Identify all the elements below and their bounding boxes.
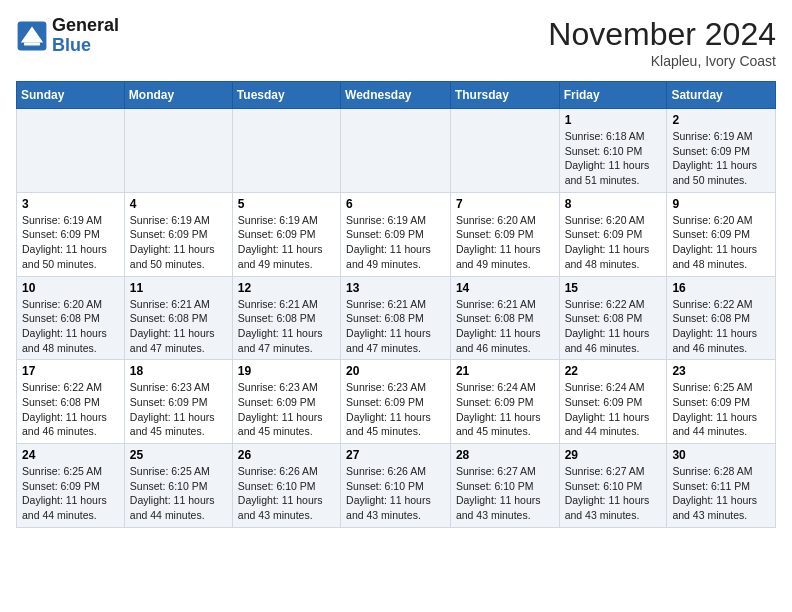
day-number: 29 — [565, 448, 662, 462]
day-number: 30 — [672, 448, 770, 462]
day-info: Sunrise: 6:23 AM Sunset: 6:09 PM Dayligh… — [238, 380, 335, 439]
week-row-4: 17Sunrise: 6:22 AM Sunset: 6:08 PM Dayli… — [17, 360, 776, 444]
calendar-cell: 19Sunrise: 6:23 AM Sunset: 6:09 PM Dayli… — [232, 360, 340, 444]
day-number: 27 — [346, 448, 445, 462]
calendar-cell: 22Sunrise: 6:24 AM Sunset: 6:09 PM Dayli… — [559, 360, 667, 444]
calendar-cell: 2Sunrise: 6:19 AM Sunset: 6:09 PM Daylig… — [667, 109, 776, 193]
day-info: Sunrise: 6:23 AM Sunset: 6:09 PM Dayligh… — [346, 380, 445, 439]
day-number: 23 — [672, 364, 770, 378]
col-header-tuesday: Tuesday — [232, 82, 340, 109]
calendar-cell: 25Sunrise: 6:25 AM Sunset: 6:10 PM Dayli… — [124, 444, 232, 528]
calendar-cell: 3Sunrise: 6:19 AM Sunset: 6:09 PM Daylig… — [17, 192, 125, 276]
title-block: November 2024 Klapleu, Ivory Coast — [548, 16, 776, 69]
calendar-cell: 9Sunrise: 6:20 AM Sunset: 6:09 PM Daylig… — [667, 192, 776, 276]
month-title: November 2024 — [548, 16, 776, 53]
day-number: 14 — [456, 281, 554, 295]
logo: General Blue — [16, 16, 119, 56]
day-info: Sunrise: 6:19 AM Sunset: 6:09 PM Dayligh… — [130, 213, 227, 272]
day-info: Sunrise: 6:19 AM Sunset: 6:09 PM Dayligh… — [238, 213, 335, 272]
calendar-cell: 5Sunrise: 6:19 AM Sunset: 6:09 PM Daylig… — [232, 192, 340, 276]
day-info: Sunrise: 6:20 AM Sunset: 6:09 PM Dayligh… — [672, 213, 770, 272]
calendar-cell — [341, 109, 451, 193]
calendar-cell: 20Sunrise: 6:23 AM Sunset: 6:09 PM Dayli… — [341, 360, 451, 444]
calendar-cell: 30Sunrise: 6:28 AM Sunset: 6:11 PM Dayli… — [667, 444, 776, 528]
calendar-cell: 4Sunrise: 6:19 AM Sunset: 6:09 PM Daylig… — [124, 192, 232, 276]
day-number: 17 — [22, 364, 119, 378]
logo-line1: General — [52, 16, 119, 36]
day-number: 3 — [22, 197, 119, 211]
day-info: Sunrise: 6:19 AM Sunset: 6:09 PM Dayligh… — [22, 213, 119, 272]
calendar-header: SundayMondayTuesdayWednesdayThursdayFrid… — [17, 82, 776, 109]
col-header-sunday: Sunday — [17, 82, 125, 109]
week-row-2: 3Sunrise: 6:19 AM Sunset: 6:09 PM Daylig… — [17, 192, 776, 276]
day-info: Sunrise: 6:21 AM Sunset: 6:08 PM Dayligh… — [238, 297, 335, 356]
day-number: 9 — [672, 197, 770, 211]
calendar-cell — [17, 109, 125, 193]
calendar-cell: 1Sunrise: 6:18 AM Sunset: 6:10 PM Daylig… — [559, 109, 667, 193]
day-info: Sunrise: 6:24 AM Sunset: 6:09 PM Dayligh… — [565, 380, 662, 439]
calendar-cell: 27Sunrise: 6:26 AM Sunset: 6:10 PM Dayli… — [341, 444, 451, 528]
day-info: Sunrise: 6:25 AM Sunset: 6:09 PM Dayligh… — [672, 380, 770, 439]
day-number: 22 — [565, 364, 662, 378]
day-info: Sunrise: 6:21 AM Sunset: 6:08 PM Dayligh… — [456, 297, 554, 356]
week-row-5: 24Sunrise: 6:25 AM Sunset: 6:09 PM Dayli… — [17, 444, 776, 528]
day-info: Sunrise: 6:21 AM Sunset: 6:08 PM Dayligh… — [346, 297, 445, 356]
calendar-cell: 26Sunrise: 6:26 AM Sunset: 6:10 PM Dayli… — [232, 444, 340, 528]
day-number: 6 — [346, 197, 445, 211]
calendar-cell: 16Sunrise: 6:22 AM Sunset: 6:08 PM Dayli… — [667, 276, 776, 360]
day-info: Sunrise: 6:24 AM Sunset: 6:09 PM Dayligh… — [456, 380, 554, 439]
day-info: Sunrise: 6:27 AM Sunset: 6:10 PM Dayligh… — [565, 464, 662, 523]
calendar-cell: 15Sunrise: 6:22 AM Sunset: 6:08 PM Dayli… — [559, 276, 667, 360]
day-info: Sunrise: 6:27 AM Sunset: 6:10 PM Dayligh… — [456, 464, 554, 523]
day-info: Sunrise: 6:23 AM Sunset: 6:09 PM Dayligh… — [130, 380, 227, 439]
day-info: Sunrise: 6:20 AM Sunset: 6:08 PM Dayligh… — [22, 297, 119, 356]
calendar-cell: 29Sunrise: 6:27 AM Sunset: 6:10 PM Dayli… — [559, 444, 667, 528]
day-number: 28 — [456, 448, 554, 462]
day-info: Sunrise: 6:19 AM Sunset: 6:09 PM Dayligh… — [672, 129, 770, 188]
calendar-cell: 23Sunrise: 6:25 AM Sunset: 6:09 PM Dayli… — [667, 360, 776, 444]
col-header-thursday: Thursday — [450, 82, 559, 109]
day-number: 26 — [238, 448, 335, 462]
day-number: 4 — [130, 197, 227, 211]
day-info: Sunrise: 6:18 AM Sunset: 6:10 PM Dayligh… — [565, 129, 662, 188]
calendar-table: SundayMondayTuesdayWednesdayThursdayFrid… — [16, 81, 776, 528]
page-header: General Blue November 2024 Klapleu, Ivor… — [16, 16, 776, 69]
day-number: 24 — [22, 448, 119, 462]
calendar-cell — [232, 109, 340, 193]
day-number: 8 — [565, 197, 662, 211]
day-info: Sunrise: 6:25 AM Sunset: 6:10 PM Dayligh… — [130, 464, 227, 523]
calendar-cell: 6Sunrise: 6:19 AM Sunset: 6:09 PM Daylig… — [341, 192, 451, 276]
day-number: 5 — [238, 197, 335, 211]
col-header-saturday: Saturday — [667, 82, 776, 109]
location: Klapleu, Ivory Coast — [548, 53, 776, 69]
calendar-cell: 14Sunrise: 6:21 AM Sunset: 6:08 PM Dayli… — [450, 276, 559, 360]
day-info: Sunrise: 6:20 AM Sunset: 6:09 PM Dayligh… — [456, 213, 554, 272]
calendar-cell: 7Sunrise: 6:20 AM Sunset: 6:09 PM Daylig… — [450, 192, 559, 276]
day-number: 19 — [238, 364, 335, 378]
day-number: 12 — [238, 281, 335, 295]
calendar-cell: 8Sunrise: 6:20 AM Sunset: 6:09 PM Daylig… — [559, 192, 667, 276]
logo-line2: Blue — [52, 36, 119, 56]
day-number: 21 — [456, 364, 554, 378]
calendar-cell: 21Sunrise: 6:24 AM Sunset: 6:09 PM Dayli… — [450, 360, 559, 444]
day-info: Sunrise: 6:26 AM Sunset: 6:10 PM Dayligh… — [238, 464, 335, 523]
day-number: 20 — [346, 364, 445, 378]
day-number: 1 — [565, 113, 662, 127]
col-header-friday: Friday — [559, 82, 667, 109]
day-number: 2 — [672, 113, 770, 127]
day-info: Sunrise: 6:21 AM Sunset: 6:08 PM Dayligh… — [130, 297, 227, 356]
day-number: 25 — [130, 448, 227, 462]
col-header-monday: Monday — [124, 82, 232, 109]
calendar-cell: 17Sunrise: 6:22 AM Sunset: 6:08 PM Dayli… — [17, 360, 125, 444]
svg-rect-2 — [24, 42, 40, 45]
logo-text: General Blue — [52, 16, 119, 56]
day-number: 15 — [565, 281, 662, 295]
calendar-cell: 24Sunrise: 6:25 AM Sunset: 6:09 PM Dayli… — [17, 444, 125, 528]
day-info: Sunrise: 6:22 AM Sunset: 6:08 PM Dayligh… — [22, 380, 119, 439]
day-info: Sunrise: 6:28 AM Sunset: 6:11 PM Dayligh… — [672, 464, 770, 523]
calendar-body: 1Sunrise: 6:18 AM Sunset: 6:10 PM Daylig… — [17, 109, 776, 528]
col-header-wednesday: Wednesday — [341, 82, 451, 109]
day-info: Sunrise: 6:26 AM Sunset: 6:10 PM Dayligh… — [346, 464, 445, 523]
day-number: 11 — [130, 281, 227, 295]
day-info: Sunrise: 6:19 AM Sunset: 6:09 PM Dayligh… — [346, 213, 445, 272]
